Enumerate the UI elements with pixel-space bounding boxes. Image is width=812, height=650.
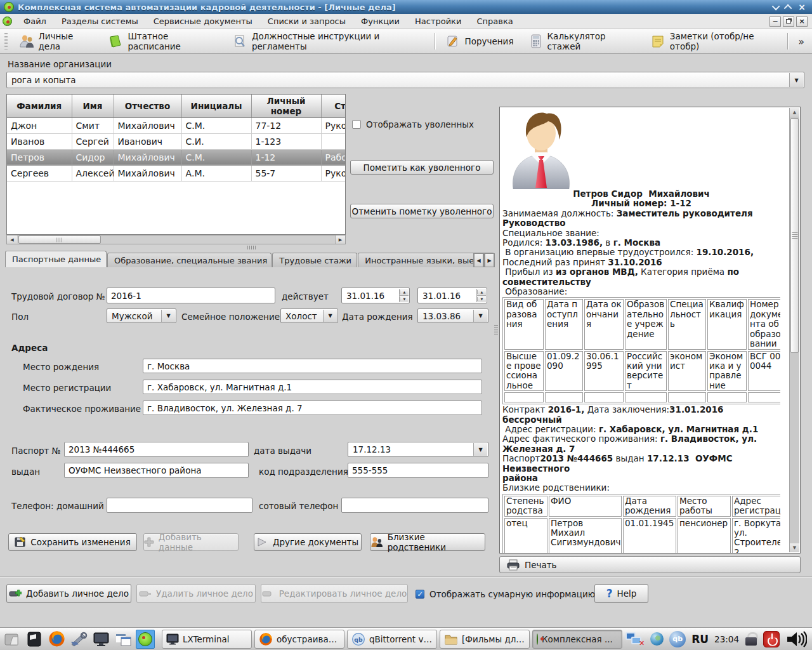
marital-combobox[interactable]: Холост <box>280 308 338 323</box>
toolbar-drag-handle[interactable] <box>4 33 9 50</box>
launcher-archive[interactable] <box>25 630 44 649</box>
add-personal-file-button[interactable]: Добавить личное дело <box>6 584 131 603</box>
issue-date-combobox[interactable]: 17.12.13 <box>348 442 488 457</box>
mdi-restore-button[interactable] <box>783 17 794 27</box>
scroll-up-button[interactable] <box>790 108 799 117</box>
launcher-show-desktop[interactable] <box>91 630 110 649</box>
horizontal-splitter[interactable] <box>6 245 495 250</box>
tab-scroll-right-button[interactable] <box>484 253 495 267</box>
scroll-down-button[interactable] <box>790 543 799 552</box>
spin-up-button[interactable] <box>476 289 486 295</box>
spin-up-button[interactable] <box>399 289 409 295</box>
contract-input[interactable] <box>107 288 275 303</box>
menu-item[interactable]: Настройки <box>407 15 469 28</box>
menu-item[interactable]: Разделы системы <box>54 15 146 28</box>
toolbar-personal-files[interactable]: Личные дела <box>11 29 101 53</box>
save-changes-button[interactable]: Сохранить изменения <box>8 533 137 551</box>
menu-item[interactable]: Сервисные документы <box>146 15 260 28</box>
edit-personal-file-button[interactable]: Редактировать личное дело <box>261 584 408 603</box>
close-relatives-button[interactable]: Близкие родственики <box>370 533 485 551</box>
mdi-minimize-button[interactable] <box>769 17 781 27</box>
task-button-terminal[interactable]: LXTerminal <box>162 630 252 649</box>
hscrollbar-thumb[interactable] <box>18 235 101 244</box>
window-titlebar[interactable]: Комплексная система автоматизации кадров… <box>0 0 812 14</box>
spin-down-button[interactable] <box>399 295 409 302</box>
tab-passport-data[interactable]: Паспортные данные <box>5 251 107 267</box>
toolbar-overflow-button[interactable] <box>790 36 812 48</box>
employee-row[interactable]: ДжонСмитМихайловичС.М.77-12Руков <box>7 117 346 133</box>
menu-item[interactable]: Справка <box>469 15 520 28</box>
show-fired-checkbox[interactable] <box>352 120 361 129</box>
tab-seniority[interactable]: Трудовые стажи <box>272 253 357 267</box>
employee-row[interactable]: ИвановСергейИвановичС.И.1-123 <box>7 133 346 149</box>
maximize-window-icon[interactable] <box>784 4 792 12</box>
launcher-hr-app-active[interactable] <box>136 630 155 649</box>
birthplace-input[interactable] <box>143 359 482 373</box>
task-button-folder[interactable]: [Фильмы для з... <box>440 630 530 649</box>
menu-item[interactable]: Файл <box>16 15 54 28</box>
print-button[interactable]: Печать <box>499 556 801 573</box>
home-phone-input[interactable] <box>107 498 252 513</box>
organization-combobox[interactable]: рога и копыта <box>6 72 804 88</box>
add-data-button[interactable]: Добавить данные <box>143 533 239 551</box>
shade-window-icon[interactable] <box>772 2 780 10</box>
employees-hscrollbar[interactable] <box>6 235 346 244</box>
cell-phone-input[interactable] <box>341 498 488 513</box>
network-status-icon[interactable]: ✕ <box>625 631 645 647</box>
registration-input[interactable] <box>143 380 482 394</box>
valid-to-spinbox[interactable]: 31.01.16 <box>417 288 487 303</box>
launcher-window-switcher[interactable] <box>114 630 133 649</box>
employees-table-container[interactable]: ФамилияИмяОтчествоИнициалыЛичный номерСт… <box>6 94 346 235</box>
vscrollbar-thumb[interactable] <box>790 118 799 353</box>
toolbar-assignments[interactable]: Поручения <box>438 29 521 53</box>
tab-scroll-left-button[interactable] <box>473 253 484 267</box>
column-header[interactable]: Имя <box>72 95 114 117</box>
power-button[interactable] <box>763 631 780 647</box>
help-button[interactable]: Help <box>594 584 648 603</box>
close-window-icon[interactable] <box>798 4 806 10</box>
launcher-file-manager[interactable] <box>3 630 22 649</box>
delete-personal-file-button[interactable]: Удалить личное дело <box>136 584 256 603</box>
summary-vscrollbar[interactable] <box>789 108 799 552</box>
task-button-qbittorrent[interactable]: qbqBittorrent v3.... <box>347 630 437 649</box>
column-header[interactable]: Отчество <box>114 95 181 117</box>
toolbar-staffing[interactable]: Штатное расписание <box>100 29 224 53</box>
toolbar-job-instructions[interactable]: Должностные инструкции и регламенты <box>225 29 433 53</box>
scroll-right-button[interactable] <box>335 235 345 244</box>
mark-fired-button[interactable]: Пометить как уволенного <box>350 160 494 175</box>
tab-education[interactable]: Образование, специальные звания <box>107 253 272 267</box>
launcher-tools[interactable] <box>69 630 88 649</box>
gender-combobox[interactable]: Мужской <box>107 308 176 323</box>
employee-row[interactable]: ПетровСидорМихайловичС.М.1-12Рабоч <box>7 149 346 165</box>
launcher-firefox[interactable] <box>47 630 66 649</box>
toolbar-notes[interactable]: Заметки (отобр/не отобр) <box>643 29 785 53</box>
residence-input[interactable] <box>143 401 482 415</box>
column-header[interactable]: Личный номер <box>251 95 321 117</box>
show-summary-checkbox[interactable] <box>416 590 424 599</box>
screenlock-icon[interactable] <box>745 632 757 647</box>
spin-down-button[interactable] <box>476 295 486 302</box>
column-header[interactable]: Ст <box>321 95 346 117</box>
birthdate-combobox[interactable]: 13.03.86 <box>417 308 488 323</box>
qbittorrent-tray-icon[interactable]: qb <box>669 631 686 647</box>
scroll-left-button[interactable] <box>7 235 17 244</box>
unmark-fired-button[interactable]: Отменить пометку уволенного <box>350 204 494 218</box>
menu-item[interactable]: Списки и запросы <box>260 15 353 28</box>
keyboard-layout-indicator[interactable]: RU <box>691 633 709 646</box>
passport-number-input[interactable] <box>64 442 249 457</box>
vertical-splitter-handle[interactable] <box>494 325 498 335</box>
issued-by-input[interactable] <box>64 463 249 478</box>
column-header[interactable]: Инициалы <box>181 95 251 117</box>
column-header[interactable]: Фамилия <box>7 95 72 117</box>
task-button-app[interactable]: Комплексная ... <box>532 630 622 649</box>
employee-row[interactable]: СергеевАлексейМихайловичА.М.55-7Руков <box>7 165 346 181</box>
globe-icon[interactable] <box>650 632 664 646</box>
clock[interactable]: 23:04 <box>714 634 739 644</box>
mdi-close-button[interactable] <box>796 17 808 27</box>
task-button-firefox[interactable]: обустраиваем ... <box>254 630 344 649</box>
menu-item[interactable]: Функции <box>353 15 407 28</box>
volume-icon[interactable] <box>785 630 807 648</box>
valid-from-spinbox[interactable]: 31.01.16 <box>341 288 410 303</box>
unit-code-input[interactable] <box>348 463 488 478</box>
other-documents-button[interactable]: Другие документы <box>254 533 362 551</box>
